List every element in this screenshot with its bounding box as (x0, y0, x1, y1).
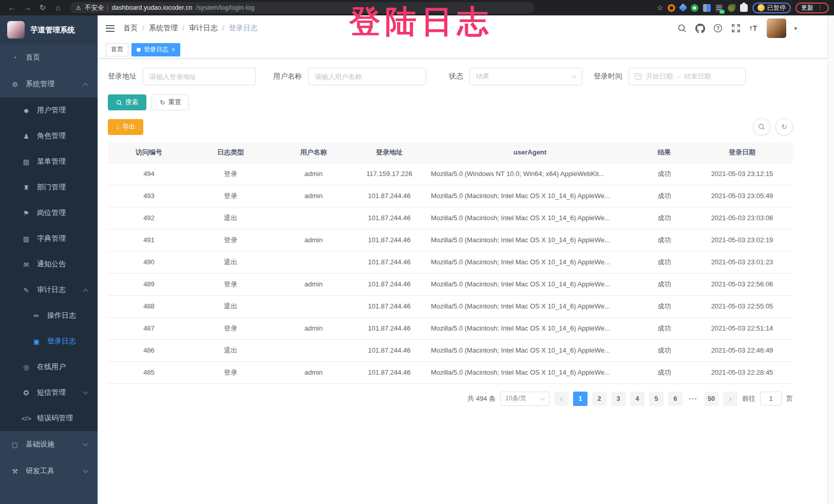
chevron-down-icon (83, 441, 88, 446)
table-cell: 成功 (637, 317, 691, 339)
breadcrumb-item[interactable]: 系统管理 (149, 24, 178, 33)
table-cell: 486 (108, 339, 190, 361)
table-cell: 退出 (190, 295, 271, 317)
export-button[interactable]: ↓ 导出 (108, 119, 143, 135)
refresh-icon: ↻ (160, 99, 165, 106)
help-icon[interactable]: ? (713, 23, 723, 33)
sidebar-item-audit-log[interactable]: ✎审计日志 (0, 277, 98, 303)
table-cell: 登录 (190, 229, 271, 251)
sidebar-item-dept-mgmt[interactable]: ♜部门管理 (0, 175, 98, 200)
github-icon[interactable] (695, 23, 705, 33)
tag-label: 首页 (111, 45, 123, 54)
chevron-down-icon[interactable]: ▾ (794, 25, 797, 32)
page-button-1[interactable]: 1 (573, 392, 587, 406)
sidebar-item-op-log[interactable]: ✏操作日志 (0, 303, 98, 328)
close-icon[interactable]: × (172, 46, 175, 53)
page-button-2[interactable]: 2 (592, 392, 606, 406)
column-header: 结果 (637, 142, 691, 163)
font-size-icon[interactable]: T (749, 23, 759, 33)
grid-extension-icon[interactable] (703, 4, 711, 12)
sidebar-item-user-mgmt[interactable]: ☻用户管理 (0, 98, 98, 123)
puzzle-extension-icon[interactable] (740, 4, 748, 12)
sidebar-item-notice[interactable]: ✉通知公告 (0, 251, 98, 277)
browser-forward-button[interactable]: → (21, 0, 34, 15)
list-on-extension-icon[interactable]: on (715, 4, 723, 12)
table-cell: 101.87.244.46 (356, 273, 423, 295)
update-button[interactable]: 更新 ⋮ (795, 3, 829, 13)
breadcrumb-separator: / (142, 24, 144, 32)
sidebar-item-dev-tools[interactable]: ⚒研发工具 (0, 458, 98, 484)
page-button-5[interactable]: 5 (649, 392, 664, 406)
username-input[interactable] (308, 68, 426, 85)
main-area: 首页/系统管理/审计日志/登录日志 ? T ▾ (98, 15, 834, 504)
table-row: 486退出101.87.244.46Mozilla/5.0 (Macintosh… (108, 339, 793, 361)
page-button-3[interactable]: 3 (611, 392, 626, 406)
sidebar-item-role-mgmt[interactable]: ♟角色管理 (0, 123, 98, 149)
browser-back-button[interactable]: ← (5, 0, 18, 15)
column-header: 登录地址 (356, 142, 423, 163)
sidebar-item-menu-mgmt[interactable]: ▤菜单管理 (0, 149, 98, 175)
sidebar-item-system-mgmt[interactable]: ⚙系统管理 (0, 71, 98, 98)
breadcrumb-separator: / (182, 24, 184, 32)
page-button-50[interactable]: 50 (704, 392, 718, 406)
page-button-6[interactable]: 6 (668, 392, 683, 406)
table-cell: 成功 (637, 273, 691, 295)
table-cell: 117.159.17.226 (356, 163, 423, 185)
gem-extension-icon[interactable] (679, 4, 688, 12)
goto-page-input[interactable] (760, 392, 782, 405)
date-range-picker[interactable]: 开始日期 - 结束日期 (629, 68, 746, 85)
page-button-4[interactable]: 4 (630, 392, 645, 406)
reset-button[interactable]: ↻ 重置 (151, 94, 189, 110)
sidebar-item-home[interactable]: ◔首页 (0, 44, 98, 71)
login-address-input[interactable] (143, 68, 256, 85)
table-cell: 101.87.244.46 (356, 295, 423, 317)
sidebar-item-error-code-mgmt[interactable]: </>错误码管理 (0, 405, 98, 431)
sidebar-item-label: 研发工具 (26, 467, 54, 476)
page-size-select[interactable]: 10条/页 (500, 392, 549, 406)
browser-home-button[interactable]: ⌂ (51, 0, 65, 15)
search-button[interactable]: 搜索 (108, 94, 146, 110)
table-cell: 2021-05-03 23:12:15 (691, 163, 793, 185)
tab-login-log[interactable]: 登录日志× (131, 43, 180, 56)
sidebar-item-label: 首页 (26, 53, 40, 62)
paused-badge[interactable]: 已暂停 (752, 3, 791, 13)
table-cell: 退出 (190, 339, 271, 361)
kebab-menu-icon[interactable]: ⋮ (817, 4, 823, 11)
sidebar-item-dict-mgmt[interactable]: ▥字典管理 (0, 226, 98, 251)
hamburger-icon[interactable] (106, 25, 115, 32)
table-cell: 101.87.244.46 (356, 361, 423, 383)
next-page-button[interactable]: › (723, 392, 737, 406)
table-cell: 488 (108, 295, 190, 317)
leaf-extension-icon[interactable] (728, 4, 735, 12)
scrollbar[interactable] (827, 15, 834, 504)
green-circle-extension-icon[interactable] (691, 4, 698, 12)
top-navbar: 首页/系统管理/审计日志/登录日志 ? T ▾ (98, 15, 834, 41)
breadcrumb-item[interactable]: 登录日志 (229, 24, 258, 33)
fullscreen-icon[interactable] (731, 23, 741, 33)
toggle-search-button[interactable] (753, 118, 770, 135)
donut-extension-icon[interactable] (668, 4, 675, 12)
tab-home[interactable]: 首页 (106, 43, 128, 56)
breadcrumb-item[interactable]: 首页 (123, 24, 138, 33)
sidebar-item-sms-mgmt[interactable]: ✪短信管理 (0, 380, 98, 405)
sidebar-item-post-mgmt[interactable]: ⚑岗位管理 (0, 200, 98, 226)
table-cell: 2021-05-03 23:03:06 (691, 207, 793, 229)
sidebar-item-login-log[interactable]: ▣登录日志 (0, 328, 98, 354)
sidebar-item-online-users[interactable]: ◎在线用户 (0, 354, 98, 380)
avatar[interactable] (767, 18, 786, 38)
roles-icon: ♟ (22, 132, 31, 140)
table-cell: 登录 (190, 317, 271, 339)
sidebar-item-infrastructure[interactable]: ▢基础设施 (0, 431, 98, 458)
refresh-button[interactable]: ↻ (775, 118, 793, 135)
breadcrumb-item[interactable]: 审计日志 (189, 24, 218, 33)
browser-reload-button[interactable]: ↻ (36, 0, 49, 15)
address-bar[interactable]: ⚠ 不安全 dashboard.yudao.iocoder.cn /system… (70, 2, 535, 13)
search-icon[interactable] (677, 23, 687, 33)
prev-page-button[interactable]: ‹ (554, 392, 568, 406)
status-select[interactable]: 结果 (469, 68, 582, 85)
app-logo[interactable]: 芋道管理系统 (0, 15, 98, 44)
more-pages-icon[interactable]: ··· (687, 395, 699, 402)
bookmark-star-icon[interactable]: ☆ (656, 4, 663, 12)
table-cell: 487 (108, 317, 190, 339)
chevron-down-icon (83, 468, 88, 473)
